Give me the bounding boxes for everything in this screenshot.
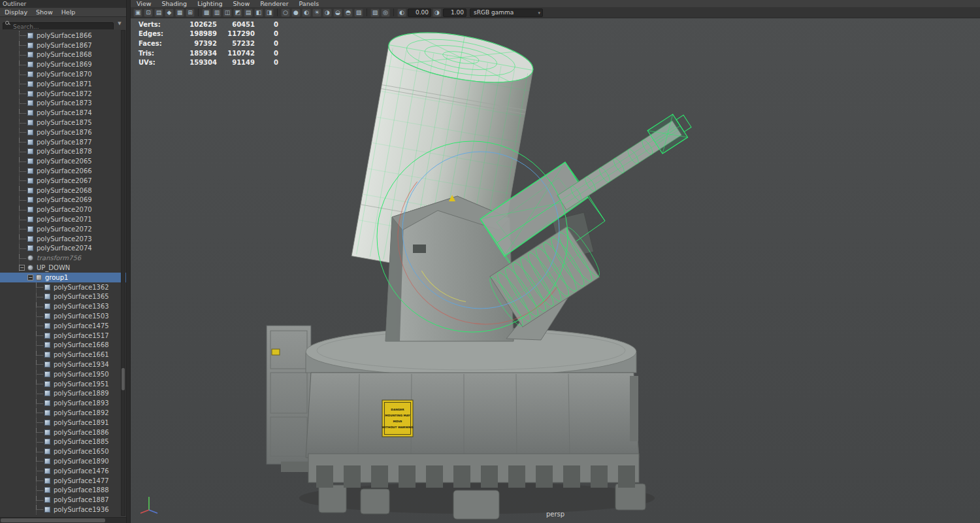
- outliner-item[interactable]: polySurface1867: [0, 41, 126, 50]
- outliner-item[interactable]: polySurface2066: [0, 166, 126, 176]
- outliner-item[interactable]: polySurface1892: [0, 408, 126, 418]
- panel-divider[interactable]: [126, 0, 131, 523]
- expander-icon[interactable]: −: [27, 275, 33, 280]
- outliner-item[interactable]: polySurface1876: [0, 127, 126, 137]
- textured-icon[interactable]: ◐: [302, 8, 311, 17]
- scrollbar-thumb[interactable]: [1, 518, 105, 522]
- outliner-item[interactable]: polySurface1893: [0, 398, 126, 408]
- outliner-item[interactable]: polySurface1365: [0, 292, 126, 302]
- motion-blur-icon[interactable]: ◓: [344, 8, 353, 17]
- shaded-icon[interactable]: ●: [291, 8, 301, 17]
- outliner-item[interactable]: polySurface2073: [0, 234, 126, 244]
- select-camera-icon[interactable]: ▣: [133, 8, 142, 17]
- expander-icon[interactable]: −: [19, 265, 25, 271]
- xray-icon[interactable]: ▧: [370, 8, 380, 17]
- exposure-field[interactable]: [408, 8, 431, 17]
- exposure-icon[interactable]: ◐: [397, 8, 406, 17]
- viewport-menu-shading[interactable]: Shading: [162, 0, 188, 7]
- toolbar-separator: [198, 8, 199, 16]
- outliner-menu-show[interactable]: Show: [36, 8, 53, 16]
- search-filter-dropdown-icon[interactable]: ▼: [116, 21, 123, 26]
- anti-aliasing-icon[interactable]: ▨: [354, 8, 363, 17]
- outliner-item[interactable]: polySurface1885: [0, 437, 126, 447]
- tree-branch: [19, 148, 26, 152]
- outliner-item[interactable]: polySurface1477: [0, 476, 126, 486]
- safe-title-icon[interactable]: ◨: [265, 8, 274, 17]
- outliner-item[interactable]: polySurface1650: [0, 447, 126, 456]
- mesh-icon: [44, 458, 50, 464]
- gamma-field[interactable]: [443, 8, 466, 17]
- viewport-menu-renderer[interactable]: Renderer: [260, 0, 288, 7]
- outliner-item[interactable]: −group1: [0, 273, 126, 282]
- shadows-icon[interactable]: ◑: [323, 8, 332, 17]
- outliner-item[interactable]: polySurface2074: [0, 244, 126, 254]
- outliner-item[interactable]: polySurface2072: [0, 224, 126, 234]
- outliner-menu-display[interactable]: Display: [5, 8, 27, 16]
- isolate-select-icon[interactable]: ◎: [381, 8, 390, 17]
- outliner-item[interactable]: polySurface1475: [0, 321, 126, 331]
- outliner-item[interactable]: polySurface2067: [0, 176, 126, 186]
- gate-mask-icon[interactable]: ◩: [233, 8, 242, 17]
- lock-camera-icon[interactable]: ⊡: [144, 8, 153, 17]
- pan-zoom-icon[interactable]: ⊞: [186, 8, 195, 17]
- outliner-item[interactable]: polySurface1887: [0, 495, 126, 505]
- outliner-item[interactable]: polySurface1661: [0, 350, 126, 360]
- outliner-item[interactable]: polySurface1362: [0, 282, 126, 292]
- outliner-item[interactable]: polySurface1889: [0, 388, 126, 398]
- perspective-viewport[interactable]: ViewShadingLightingShowRendererPanels ▣⊡…: [131, 0, 980, 523]
- grid-icon[interactable]: ▩: [202, 8, 211, 17]
- outliner-item[interactable]: polySurface1517: [0, 331, 126, 341]
- view-transform-dropdown[interactable]: sRGB gamma ▾: [470, 8, 543, 17]
- outliner-item[interactable]: transform756: [0, 253, 126, 263]
- outliner-item[interactable]: polySurface2068: [0, 186, 126, 195]
- outliner-item[interactable]: polySurface1951: [0, 379, 126, 389]
- outliner-item[interactable]: polySurface1891: [0, 418, 126, 428]
- viewport-menu-show[interactable]: Show: [233, 0, 250, 7]
- tree-branch: [36, 399, 43, 404]
- outliner-item[interactable]: polySurface1890: [0, 456, 126, 466]
- outliner-item[interactable]: polySurface1875: [0, 118, 126, 127]
- outliner-item[interactable]: polySurface2071: [0, 214, 126, 224]
- outliner-item[interactable]: polySurface1866: [0, 31, 126, 41]
- film-gate-icon[interactable]: ▥: [212, 8, 221, 17]
- outliner-item[interactable]: polySurface1363: [0, 301, 126, 311]
- outliner-item[interactable]: polySurface1872: [0, 89, 126, 99]
- outliner-item[interactable]: polySurface1874: [0, 108, 126, 118]
- outliner-item[interactable]: polySurface1934: [0, 360, 126, 369]
- outliner-item[interactable]: polySurface1877: [0, 137, 126, 147]
- outliner-item[interactable]: polySurface1476: [0, 466, 126, 476]
- outliner-vertical-scrollbar[interactable]: [121, 30, 125, 516]
- outliner-item[interactable]: polySurface1878: [0, 147, 126, 157]
- wireframe-icon[interactable]: ○: [281, 8, 290, 17]
- use-all-lights-icon[interactable]: ☀: [312, 8, 321, 17]
- viewport-menu-panels[interactable]: Panels: [299, 0, 319, 7]
- outliner-item[interactable]: polySurface1873: [0, 99, 126, 109]
- viewport-menu-lighting[interactable]: Lighting: [197, 0, 222, 7]
- outliner-item[interactable]: polySurface1871: [0, 79, 126, 89]
- outliner-item[interactable]: polySurface1886: [0, 428, 126, 437]
- field-chart-icon[interactable]: ▤: [244, 8, 253, 17]
- outliner-item[interactable]: polySurface1869: [0, 59, 126, 69]
- outliner-horizontal-scrollbar[interactable]: [0, 517, 126, 523]
- outliner-item[interactable]: polySurface2069: [0, 195, 126, 205]
- scrollbar-thumb[interactable]: [122, 368, 125, 390]
- outliner-item[interactable]: polySurface1668: [0, 341, 126, 350]
- bookmarks-icon[interactable]: ◆: [165, 8, 174, 17]
- outliner-item[interactable]: polySurface1868: [0, 50, 126, 60]
- ambient-occlusion-icon[interactable]: ◒: [333, 8, 342, 17]
- outliner-item[interactable]: polySurface1936: [0, 505, 126, 515]
- safe-action-icon[interactable]: ◧: [254, 8, 263, 17]
- outliner-item[interactable]: polySurface1950: [0, 369, 126, 379]
- resolution-gate-icon[interactable]: ◫: [223, 8, 232, 17]
- outliner-item[interactable]: polySurface1888: [0, 485, 126, 495]
- outliner-item[interactable]: −UP_DOWN: [0, 263, 126, 273]
- outliner-item[interactable]: polySurface2065: [0, 156, 126, 166]
- outliner-item[interactable]: polySurface1503: [0, 311, 126, 321]
- camera-attributes-icon[interactable]: ▤: [154, 8, 163, 17]
- viewport-menu-view[interactable]: View: [137, 0, 152, 7]
- gamma-icon[interactable]: ◑: [433, 8, 442, 17]
- outliner-item[interactable]: polySurface1870: [0, 69, 126, 79]
- image-plane-icon[interactable]: ▦: [175, 8, 184, 17]
- outliner-item[interactable]: polySurface2070: [0, 205, 126, 214]
- outliner-menu-help[interactable]: Help: [61, 8, 76, 16]
